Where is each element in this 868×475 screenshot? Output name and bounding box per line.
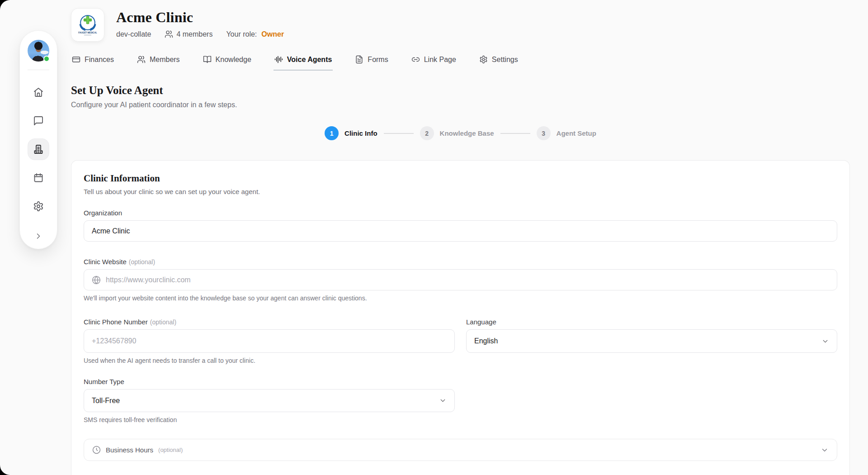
tab-label: Finances: [85, 56, 114, 64]
tab-label: Settings: [492, 56, 518, 64]
number-type-select[interactable]: Toll-Free: [84, 389, 455, 412]
tab-members[interactable]: Members: [136, 53, 181, 71]
step-label: Clinic Info: [344, 129, 377, 137]
settings-icon: [479, 55, 488, 64]
nav-rail: [19, 30, 57, 249]
phone-help-text: Used when the AI agent needs to transfer…: [84, 357, 455, 364]
phone-label-text: Clinic Phone Number: [84, 318, 148, 326]
business-hours-label: Business Hours: [106, 446, 153, 454]
rail-divider: [28, 70, 49, 70]
number-type-label: Number Type: [84, 378, 455, 385]
nav-settings-button[interactable]: [28, 195, 49, 217]
tab-link-page[interactable]: Link Page: [410, 53, 457, 71]
nav-chat-button[interactable]: [28, 110, 49, 132]
business-hours-toggle[interactable]: Business Hours (optional): [84, 439, 837, 461]
clinic-logo: FAUGET MEDICAL: [71, 8, 104, 42]
card-title: Clinic Information: [84, 173, 837, 184]
website-optional-tag: (optional): [129, 258, 155, 266]
phone-field-group: Clinic Phone Number(optional) +123456789…: [84, 318, 455, 364]
globe-icon: [92, 276, 101, 285]
website-placeholder: https://www.yourclinic.com: [106, 276, 191, 284]
phone-input[interactable]: +1234567890: [84, 329, 455, 353]
chevron-down-icon: [821, 446, 829, 454]
organization-field-group: Organization Acme Clinic: [84, 209, 837, 242]
forms-icon: [355, 55, 363, 64]
members-icon: [137, 55, 146, 64]
org-slug: dev-collate: [116, 30, 151, 38]
organization-label: Organization: [84, 209, 837, 217]
tab-voice-agents[interactable]: Voice Agents: [274, 53, 333, 71]
phone-placeholder: +1234567890: [92, 337, 136, 345]
org-title-block: Acme Clinic dev-collate 4 members Your r…: [116, 8, 284, 38]
tab-finances[interactable]: Finances: [71, 53, 115, 71]
tab-label: Forms: [368, 56, 388, 64]
tab-label: Members: [150, 56, 180, 64]
page-title: Set Up Voice Agent: [71, 84, 850, 97]
finances-icon: [72, 55, 80, 64]
phone-label: Clinic Phone Number(optional): [84, 318, 455, 326]
gear-icon: [33, 201, 44, 212]
nav-organization-button[interactable]: [28, 138, 49, 160]
step-knowledge-base[interactable]: 2 Knowledge Base: [420, 126, 494, 140]
website-label-text: Clinic Website: [84, 258, 127, 266]
phone-optional-tag: (optional): [150, 318, 176, 326]
language-value: English: [474, 337, 498, 345]
step-number: 1: [325, 126, 339, 140]
organization-value: Acme Clinic: [92, 227, 130, 235]
step-label: Agent Setup: [557, 129, 596, 137]
tab-label: Link Page: [424, 56, 456, 64]
clock-icon: [92, 446, 101, 454]
step-label: Knowledge Base: [440, 129, 494, 137]
tab-knowledge[interactable]: Knowledge: [202, 53, 252, 71]
rail-expand-button[interactable]: [28, 225, 49, 247]
nav-home-button[interactable]: [28, 81, 49, 103]
number-type-help-text: SMS requires toll-free verification: [84, 416, 455, 423]
user-avatar[interactable]: [28, 40, 49, 62]
step-clinic-info[interactable]: 1 Clinic Info: [325, 126, 377, 140]
page-subtitle: Configure your AI patient coordinator in…: [71, 101, 850, 109]
step-connector: [384, 133, 414, 134]
website-help-text: We'll import your website content into t…: [84, 294, 837, 302]
tab-label: Knowledge: [216, 56, 251, 64]
website-input[interactable]: https://www.yourclinic.com: [84, 269, 837, 290]
number-type-field-group: Number Type Toll-Free SMS requires toll-…: [84, 378, 455, 423]
voice-agents-icon: [274, 55, 283, 64]
chevron-down-icon: [439, 397, 447, 404]
number-type-value: Toll-Free: [92, 397, 120, 405]
phone-language-row: Clinic Phone Number(optional) +123456789…: [84, 318, 837, 364]
clinic-logo-image: FAUGET MEDICAL: [74, 11, 101, 38]
clinic-information-card: Clinic Information Tell us about your cl…: [71, 160, 850, 475]
link-page-icon: [411, 55, 420, 64]
business-hours-optional-tag: (optional): [158, 446, 183, 453]
users-icon: [165, 30, 173, 38]
step-agent-setup[interactable]: 3 Agent Setup: [537, 126, 596, 140]
org-meta: dev-collate 4 members Your role: Owner: [116, 30, 284, 38]
home-icon: [33, 87, 44, 98]
number-type-row: Number Type Toll-Free SMS requires toll-…: [84, 378, 837, 423]
chat-icon: [33, 115, 44, 126]
app-window: FAUGET MEDICAL Acme Clinic dev-collate 4…: [0, 0, 868, 475]
nav-calendar-button[interactable]: [28, 167, 49, 189]
language-select[interactable]: English: [466, 329, 837, 353]
empty-cell: [466, 378, 837, 423]
organization-icon: [33, 144, 44, 155]
language-field-group: Language English: [466, 318, 837, 364]
card-subtitle: Tell us about your clinic so we can set …: [84, 188, 837, 195]
online-status-dot: [43, 56, 50, 62]
main-content: FAUGET MEDICAL Acme Clinic dev-collate 4…: [71, 0, 868, 475]
role-label: Your role:: [226, 30, 257, 38]
organization-input[interactable]: Acme Clinic: [84, 220, 837, 242]
tab-forms[interactable]: Forms: [354, 53, 389, 71]
tab-bar: Finances Members Knowledge Voice Agents: [71, 53, 850, 71]
clinic-name: Acme Clinic: [116, 9, 284, 26]
website-label: Clinic Website(optional): [84, 258, 837, 266]
calendar-icon: [33, 172, 44, 183]
role-badge: Owner: [261, 30, 284, 38]
org-header: FAUGET MEDICAL Acme Clinic dev-collate 4…: [71, 8, 850, 42]
members-count: 4 members: [165, 30, 212, 38]
tab-settings[interactable]: Settings: [478, 53, 519, 71]
chevron-down-icon: [821, 337, 829, 345]
website-field-group: Clinic Website(optional) https://www.you…: [84, 258, 837, 302]
members-count-label: 4 members: [176, 30, 212, 38]
step-number: 2: [420, 126, 434, 140]
